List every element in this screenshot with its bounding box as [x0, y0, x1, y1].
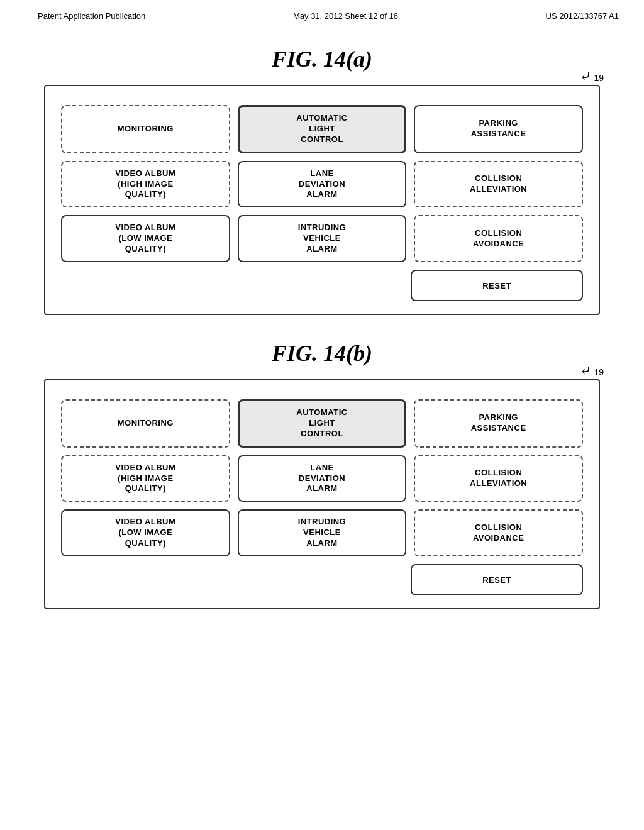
- btn-intruding-a[interactable]: INTRUDINGVEHICLEALARM: [238, 215, 407, 262]
- header-middle: May 31, 2012 Sheet 12 of 16: [293, 11, 398, 21]
- fig-14a-title: FIG. 14(a): [44, 46, 600, 72]
- fig-14b-title: FIG. 14(b): [44, 340, 600, 367]
- btn-reset-b[interactable]: RESET: [411, 564, 583, 595]
- btn-parking-a[interactable]: PARKINGASSISTANCE: [414, 105, 583, 153]
- btn-intruding-b[interactable]: INTRUDINGVEHICLEALARM: [238, 509, 407, 556]
- ref-label-14b: ⤶ 19: [580, 363, 604, 379]
- btn-video-low-b[interactable]: VIDEO ALBUM(LOW IMAGEQUALITY): [61, 509, 230, 556]
- btn-collision-avoid-a[interactable]: COLLISIONAVOIDANCE: [414, 215, 583, 262]
- btn-reset-a[interactable]: RESET: [411, 270, 583, 301]
- btn-video-high-b[interactable]: VIDEO ALBUM(HIGH IMAGEQUALITY): [61, 455, 230, 502]
- btn-lane-dev-b[interactable]: LANEDEVIATIONALARM: [238, 455, 407, 502]
- btn-parking-b[interactable]: PARKINGASSISTANCE: [414, 399, 583, 448]
- header-right: US 2012/133767 A1: [546, 11, 619, 21]
- btn-collision-allev-b[interactable]: COLLISIONALLEVIATION: [414, 455, 583, 502]
- diagram-14a: ⤶ 19 MONITORING AUTOMATICLIGHTCONTROL PA…: [44, 85, 600, 315]
- button-row-2b: VIDEO ALBUM(HIGH IMAGEQUALITY) LANEDEVIA…: [61, 455, 583, 502]
- header-left: Patent Application Publication: [38, 11, 145, 21]
- btn-lane-dev-a[interactable]: LANEDEVIATIONALARM: [238, 161, 407, 208]
- figure-14a: FIG. 14(a) ⤶ 19 MONITORING AUTOMATICLIGH…: [0, 46, 644, 315]
- btn-monitoring-b[interactable]: MONITORING: [61, 399, 230, 448]
- btn-auto-light-b[interactable]: AUTOMATICLIGHTCONTROL: [238, 399, 407, 448]
- page-header: Patent Application Publication May 31, 2…: [0, 0, 644, 27]
- btn-monitoring-a[interactable]: MONITORING: [61, 105, 230, 153]
- figure-14b: FIG. 14(b) ⤶ 19 MONITORING AUTOMATICLIGH…: [0, 340, 644, 609]
- button-row-3a: VIDEO ALBUM(LOW IMAGEQUALITY) INTRUDINGV…: [61, 215, 583, 262]
- reset-row-a: RESET: [61, 270, 583, 301]
- btn-collision-allev-a[interactable]: COLLISIONALLEVIATION: [414, 161, 583, 208]
- reset-row-b: RESET: [61, 564, 583, 595]
- btn-auto-light-a[interactable]: AUTOMATICLIGHTCONTROL: [238, 105, 407, 153]
- btn-video-low-a[interactable]: VIDEO ALBUM(LOW IMAGEQUALITY): [61, 215, 230, 262]
- button-row-1b: MONITORING AUTOMATICLIGHTCONTROL PARKING…: [61, 399, 583, 448]
- button-row-1a: MONITORING AUTOMATICLIGHTCONTROL PARKING…: [61, 105, 583, 153]
- diagram-14b: ⤶ 19 MONITORING AUTOMATICLIGHTCONTROL PA…: [44, 379, 600, 609]
- button-row-2a: VIDEO ALBUM(HIGH IMAGEQUALITY) LANEDEVIA…: [61, 161, 583, 208]
- btn-video-high-a[interactable]: VIDEO ALBUM(HIGH IMAGEQUALITY): [61, 161, 230, 208]
- ref-label-14a: ⤶ 19: [580, 69, 604, 85]
- btn-collision-avoid-b[interactable]: COLLISIONAVOIDANCE: [414, 509, 583, 556]
- button-row-3b: VIDEO ALBUM(LOW IMAGEQUALITY) INTRUDINGV…: [61, 509, 583, 556]
